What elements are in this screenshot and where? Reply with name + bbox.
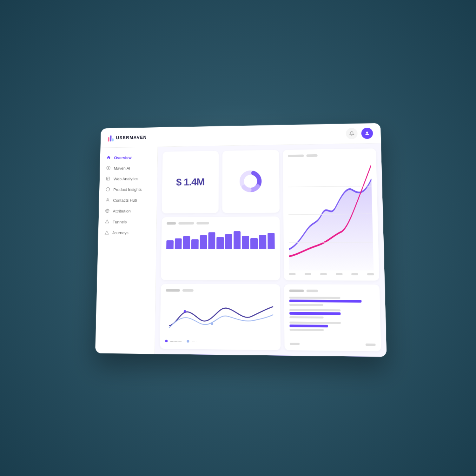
hbar-row-2 [289,309,375,319]
hbars-title-labels [289,290,374,292]
hbar-row-3 [290,322,375,332]
sidebar-label-web-analytics: Web Analytics [114,177,138,181]
attribution-icon [105,209,110,214]
sidebar-label-funnels: Funnels [113,220,127,225]
svg-point-1 [107,166,110,170]
bar-13 [268,233,275,249]
sidebar-label-contacts-hub: Contacts Hub [113,198,137,203]
hbar-label-3 [290,322,341,324]
sidebar-label-journeys: Journeys [112,231,129,235]
hbar-fill-2 [289,312,340,315]
contacts-icon [105,198,110,203]
bar-10 [242,236,249,249]
bar-9 [234,231,241,249]
sidebar-item-contacts-hub[interactable]: Contacts Hub [99,195,157,206]
legend-item-2: — — — [187,338,203,344]
wave-chart-legend: — — — — — — [165,338,275,345]
svg-marker-11 [105,231,109,234]
bar-chart-labels [167,221,274,225]
sidebar-item-maven-ai[interactable]: Maven AI [100,163,157,174]
line-chart-svg [288,158,374,271]
hbars-footer [290,340,375,346]
hbars-rows [289,297,375,332]
insights-icon [105,187,110,192]
svg-point-21 [211,323,213,325]
sidebar-item-web-analytics[interactable]: Web Analytics [100,173,157,184]
svg-marker-10 [105,220,109,223]
hbar-row-1 [289,297,375,306]
app-card: USERMAVEN [95,123,387,357]
legend-dot-2 [187,340,189,342]
ai-icon [106,166,111,171]
sidebar-item-journeys[interactable]: Journeys [98,227,156,238]
bar-5 [200,235,207,249]
svg-point-0 [366,132,368,133]
sidebar-label-product-insights: Product Insights [113,187,142,192]
sidebar-item-overview[interactable]: Overview [100,152,157,163]
svg-point-7 [107,198,109,200]
hbar-sub-2 [290,316,324,318]
wave-chart-card: — — — — — — [160,284,281,350]
analytics-icon [106,177,111,182]
line-label-1 [288,155,304,158]
svg-rect-3 [107,177,110,180]
revenue-value: $ 1.4M [176,176,205,188]
funnels-icon [105,219,110,225]
sidebar-label-maven-ai: Maven AI [114,166,130,171]
logo: USERMAVEN [108,134,147,142]
legend-item-1: — — — [165,338,182,344]
bar-2 [175,238,182,249]
line-chart-card [283,148,380,281]
logo-icon [108,134,114,142]
hbars-card [284,285,381,352]
hbar-sub-3 [290,329,324,331]
notifications-button[interactable] [346,128,358,139]
content-grid: $ 1.4M [155,143,387,357]
svg-point-2 [108,167,109,168]
bar-chart-card [161,216,280,280]
hbar-label-1 [289,297,340,299]
line-chart-labels [288,153,371,157]
hbar-fill-3 [290,325,328,327]
line-chart-x-labels [289,273,374,276]
wave-chart-svg [165,294,275,335]
sidebar-label-attribution: Attribution [113,209,131,213]
hbar-sub-1 [289,304,323,306]
revenue-card: $ 1.4M [162,151,219,213]
line-label-2 [307,154,318,157]
legend-dot-1 [165,340,168,342]
hbar-fill-1 [289,300,362,303]
wave-chart-labels [166,289,275,292]
bar-12 [259,235,266,249]
bar-7 [216,237,224,249]
bar-3 [183,236,190,249]
legend-dash-1: — — — [170,339,182,343]
bar-11 [250,238,258,249]
sidebar-item-funnels[interactable]: Funnels [98,216,156,227]
legend-dash-2: — — — [192,340,203,344]
bar-1 [166,240,174,249]
sidebar-label-overview: Overview [114,155,131,160]
home-icon [106,155,111,160]
bar-chart-bars [166,226,275,249]
svg-line-19 [289,242,373,242]
main-layout: Overview Maven AI [95,143,387,357]
header-actions [346,128,373,139]
sidebar: Overview Maven AI [95,147,158,354]
svg-point-16 [246,176,256,186]
user-avatar-button[interactable] [361,128,373,139]
bar-4 [191,239,199,249]
hbar-label-2 [289,309,340,312]
svg-line-17 [288,186,372,187]
journeys-icon [104,230,109,236]
bar-6 [208,232,215,249]
donut-chart [238,169,263,194]
donut-chart-card [222,150,280,213]
bar-8 [225,234,232,249]
app-name: USERMAVEN [116,135,147,140]
sidebar-item-product-insights[interactable]: Product Insights [99,184,157,195]
sidebar-item-attribution[interactable]: Attribution [99,205,157,217]
